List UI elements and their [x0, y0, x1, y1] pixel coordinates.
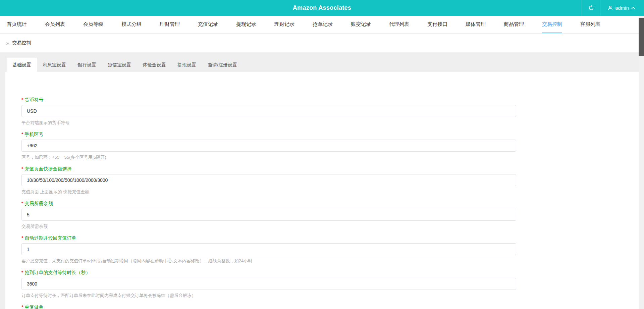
nav-item-service-list[interactable]: 客服列表 — [580, 16, 600, 33]
field-hint: 交易所需余额 — [21, 223, 623, 229]
field-label: *交易所需余额 — [21, 200, 623, 207]
basic-settings-form: *货币符号 平台前端显示的货币符号 *手机区号 区号，如巴西：+55 = 55(… — [5, 72, 639, 309]
field-pay-wait-seconds: *抢到订单的支付等待时长（秒） 订单支付等待时长，匹配订单后未在此时间内完成支付… — [21, 269, 623, 299]
breadcrumb: » 交易控制 — [0, 34, 644, 52]
field-label: *货币符号 — [21, 97, 623, 103]
field-hint: 客户提交充值，未支付的充值订单x小时后自动过期驳回（驳回内容在帮助中心-文本内容… — [21, 258, 623, 264]
nav-item-member-list[interactable]: 会员列表 — [45, 16, 65, 33]
app-title: Amazon Associates — [0, 4, 644, 11]
quick-amounts-input[interactable] — [21, 174, 516, 186]
field-hint: 充值页面 上面显示的 快捷充值金额 — [21, 189, 623, 195]
required-marker: * — [21, 97, 23, 102]
nav-item-finance-record[interactable]: 理财记录 — [274, 16, 294, 33]
nav-item-order-record[interactable]: 抢单记录 — [313, 16, 333, 33]
breadcrumb-label: 交易控制 — [12, 40, 31, 46]
field-required-balance: *交易所需余额 交易所需余额 — [21, 200, 623, 229]
pay-wait-seconds-input[interactable] — [21, 278, 516, 290]
required-marker: * — [21, 132, 23, 137]
nav-item-withdraw-record[interactable]: 提现记录 — [236, 16, 256, 33]
breadcrumb-chevrons-icon: » — [6, 40, 9, 46]
app-header: Amazon Associates admin — [0, 0, 644, 16]
field-auto-expire-order: *自动过期并驳回充值订单 客户提交充值，未支付的充值订单x小时后自动过期驳回（驳… — [21, 235, 623, 264]
phone-area-code-input[interactable] — [21, 140, 516, 152]
nav-item-mode-group[interactable]: 模式分组 — [121, 16, 142, 33]
field-label: *自动过期并驳回充值订单 — [21, 235, 623, 241]
required-marker: * — [21, 304, 23, 309]
user-menu[interactable]: admin — [600, 0, 637, 16]
nav-item-home-stats[interactable]: 首页统计 — [7, 16, 27, 33]
currency-symbol-input[interactable] — [21, 105, 516, 117]
field-label: *重复做单 — [21, 304, 623, 309]
field-hint: 区号，如巴西：+55 = 55(多个区号用|5隔开) — [21, 154, 623, 160]
nav-item-product-manage[interactable]: 商品管理 — [504, 16, 524, 33]
nav-item-balance-record[interactable]: 账变记录 — [351, 16, 371, 33]
refresh-icon — [588, 5, 594, 11]
required-marker: * — [21, 270, 23, 275]
field-hint: 订单支付等待时长，匹配订单后未在此时间内完成支付提交订单将会被冻结（需后台解冻） — [21, 293, 623, 299]
scrollbar-thumb[interactable] — [639, 18, 644, 56]
nav-item-agent-list[interactable]: 代理列表 — [389, 16, 409, 33]
field-currency-symbol: *货币符号 平台前端显示的货币符号 — [21, 97, 623, 126]
vertical-scrollbar[interactable] — [639, 16, 644, 309]
field-label: *充值页面快捷金额选择 — [21, 166, 623, 172]
tab-basic-settings[interactable]: 基础设置 — [7, 58, 37, 72]
user-icon — [608, 5, 613, 10]
nav-item-trade-control[interactable]: 交易控制 — [542, 16, 562, 33]
tab-withdraw-settings[interactable]: 提现设置 — [172, 58, 202, 72]
nav-item-pay-interface[interactable]: 支付接口 — [427, 16, 447, 33]
required-balance-input[interactable] — [21, 209, 516, 221]
field-label: *抢到订单的支付等待时长（秒） — [21, 269, 623, 276]
required-marker: * — [21, 201, 23, 206]
settings-tabs: 基础设置 利息宝设置 银行设置 短信宝设置 体验金设置 提现设置 邀请/注册设置 — [0, 52, 644, 72]
auto-expire-order-input[interactable] — [21, 243, 516, 255]
tab-sms-settings[interactable]: 短信宝设置 — [102, 58, 137, 72]
field-phone-area-code: *手机区号 区号，如巴西：+55 = 55(多个区号用|5隔开) — [21, 131, 623, 160]
chevron-up-icon — [631, 7, 635, 9]
nav-item-recharge-record[interactable]: 充值记录 — [198, 16, 218, 33]
field-hint: 平台前端显示的货币符号 — [21, 120, 623, 126]
user-name: admin — [615, 5, 629, 11]
nav-item-media-manage[interactable]: 媒体管理 — [466, 16, 486, 33]
tab-invite-register-settings[interactable]: 邀请/注册设置 — [202, 58, 243, 72]
header-actions: admin — [582, 0, 637, 16]
nav-item-member-level[interactable]: 会员等级 — [83, 16, 103, 33]
field-label: *手机区号 — [21, 131, 623, 138]
field-repeat-order: *重复做单 — [21, 304, 623, 309]
tab-trial-fund-settings[interactable]: 体验金设置 — [137, 58, 172, 72]
main-nav: 首页统计 会员列表 会员等级 模式分组 理财管理 充值记录 提现记录 理财记录 … — [0, 16, 644, 34]
tab-bank-settings[interactable]: 银行设置 — [72, 58, 102, 72]
tab-interest-settings[interactable]: 利息宝设置 — [37, 58, 72, 72]
nav-item-finance-manage[interactable]: 理财管理 — [160, 16, 180, 33]
refresh-button[interactable] — [582, 0, 600, 16]
required-marker: * — [21, 235, 23, 241]
required-marker: * — [21, 166, 23, 171]
field-quick-amounts: *充值页面快捷金额选择 充值页面 上面显示的 快捷充值金额 — [21, 166, 623, 195]
